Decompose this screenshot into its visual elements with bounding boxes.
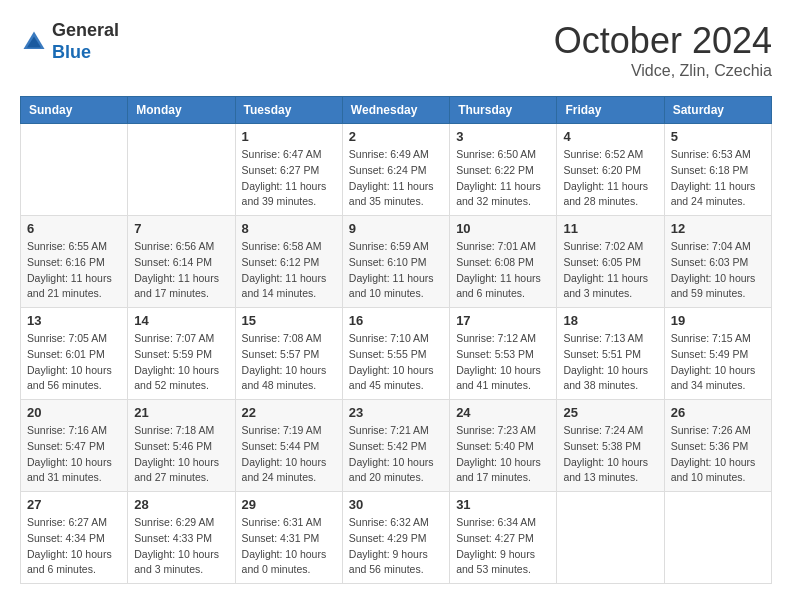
calendar-day-cell: 17Sunrise: 7:12 AMSunset: 5:53 PMDayligh…	[450, 308, 557, 400]
calendar-day-cell: 26Sunrise: 7:26 AMSunset: 5:36 PMDayligh…	[664, 400, 771, 492]
calendar-day-cell: 2Sunrise: 6:49 AMSunset: 6:24 PMDaylight…	[342, 124, 449, 216]
day-info: Sunrise: 7:18 AMSunset: 5:46 PMDaylight:…	[134, 423, 228, 486]
sunrise-time: Sunrise: 7:19 AM	[242, 423, 336, 439]
sunrise-time: Sunrise: 6:55 AM	[27, 239, 121, 255]
day-info: Sunrise: 7:12 AMSunset: 5:53 PMDaylight:…	[456, 331, 550, 394]
calendar-day-header: Monday	[128, 97, 235, 124]
sunrise-time: Sunrise: 7:23 AM	[456, 423, 550, 439]
sunset-time: Sunset: 5:49 PM	[671, 347, 765, 363]
day-info: Sunrise: 6:27 AMSunset: 4:34 PMDaylight:…	[27, 515, 121, 578]
calendar-day-cell: 23Sunrise: 7:21 AMSunset: 5:42 PMDayligh…	[342, 400, 449, 492]
calendar-header-row: SundayMondayTuesdayWednesdayThursdayFrid…	[21, 97, 772, 124]
sunrise-time: Sunrise: 6:34 AM	[456, 515, 550, 531]
day-info: Sunrise: 7:19 AMSunset: 5:44 PMDaylight:…	[242, 423, 336, 486]
calendar-day-cell: 8Sunrise: 6:58 AMSunset: 6:12 PMDaylight…	[235, 216, 342, 308]
calendar-day-header: Sunday	[21, 97, 128, 124]
sunset-time: Sunset: 5:51 PM	[563, 347, 657, 363]
day-number: 9	[349, 221, 443, 236]
day-info: Sunrise: 7:10 AMSunset: 5:55 PMDaylight:…	[349, 331, 443, 394]
daylight-hours: Daylight: 11 hours and 21 minutes.	[27, 271, 121, 303]
calendar-table: SundayMondayTuesdayWednesdayThursdayFrid…	[20, 96, 772, 584]
day-number: 2	[349, 129, 443, 144]
sunrise-time: Sunrise: 7:15 AM	[671, 331, 765, 347]
day-info: Sunrise: 6:53 AMSunset: 6:18 PMDaylight:…	[671, 147, 765, 210]
calendar-day-cell: 28Sunrise: 6:29 AMSunset: 4:33 PMDayligh…	[128, 492, 235, 584]
daylight-hours: Daylight: 10 hours and 56 minutes.	[27, 363, 121, 395]
daylight-hours: Daylight: 11 hours and 6 minutes.	[456, 271, 550, 303]
sunset-time: Sunset: 6:14 PM	[134, 255, 228, 271]
sunrise-time: Sunrise: 6:59 AM	[349, 239, 443, 255]
calendar-day-cell: 29Sunrise: 6:31 AMSunset: 4:31 PMDayligh…	[235, 492, 342, 584]
day-number: 8	[242, 221, 336, 236]
sunset-time: Sunset: 5:47 PM	[27, 439, 121, 455]
sunset-time: Sunset: 5:59 PM	[134, 347, 228, 363]
sunrise-time: Sunrise: 6:50 AM	[456, 147, 550, 163]
daylight-hours: Daylight: 10 hours and 17 minutes.	[456, 455, 550, 487]
daylight-hours: Daylight: 10 hours and 48 minutes.	[242, 363, 336, 395]
day-info: Sunrise: 7:01 AMSunset: 6:08 PMDaylight:…	[456, 239, 550, 302]
sunrise-time: Sunrise: 7:16 AM	[27, 423, 121, 439]
sunrise-time: Sunrise: 6:29 AM	[134, 515, 228, 531]
day-info: Sunrise: 7:02 AMSunset: 6:05 PMDaylight:…	[563, 239, 657, 302]
day-number: 24	[456, 405, 550, 420]
sunrise-time: Sunrise: 7:12 AM	[456, 331, 550, 347]
daylight-hours: Daylight: 10 hours and 34 minutes.	[671, 363, 765, 395]
sunset-time: Sunset: 6:24 PM	[349, 163, 443, 179]
sunset-time: Sunset: 4:33 PM	[134, 531, 228, 547]
daylight-hours: Daylight: 10 hours and 59 minutes.	[671, 271, 765, 303]
sunrise-time: Sunrise: 7:04 AM	[671, 239, 765, 255]
calendar-day-cell: 19Sunrise: 7:15 AMSunset: 5:49 PMDayligh…	[664, 308, 771, 400]
sunset-time: Sunset: 5:55 PM	[349, 347, 443, 363]
sunset-time: Sunset: 6:16 PM	[27, 255, 121, 271]
calendar-week-row: 6Sunrise: 6:55 AMSunset: 6:16 PMDaylight…	[21, 216, 772, 308]
daylight-hours: Daylight: 10 hours and 41 minutes.	[456, 363, 550, 395]
daylight-hours: Daylight: 11 hours and 35 minutes.	[349, 179, 443, 211]
sunset-time: Sunset: 4:29 PM	[349, 531, 443, 547]
daylight-hours: Daylight: 10 hours and 52 minutes.	[134, 363, 228, 395]
day-number: 22	[242, 405, 336, 420]
day-info: Sunrise: 7:15 AMSunset: 5:49 PMDaylight:…	[671, 331, 765, 394]
calendar-day-cell: 18Sunrise: 7:13 AMSunset: 5:51 PMDayligh…	[557, 308, 664, 400]
daylight-hours: Daylight: 10 hours and 24 minutes.	[242, 455, 336, 487]
sunset-time: Sunset: 6:12 PM	[242, 255, 336, 271]
sunrise-time: Sunrise: 6:32 AM	[349, 515, 443, 531]
calendar-day-header: Friday	[557, 97, 664, 124]
sunrise-time: Sunrise: 7:05 AM	[27, 331, 121, 347]
day-number: 28	[134, 497, 228, 512]
sunset-time: Sunset: 4:31 PM	[242, 531, 336, 547]
sunrise-time: Sunrise: 6:47 AM	[242, 147, 336, 163]
daylight-hours: Daylight: 10 hours and 6 minutes.	[27, 547, 121, 579]
day-number: 7	[134, 221, 228, 236]
calendar-day-cell: 30Sunrise: 6:32 AMSunset: 4:29 PMDayligh…	[342, 492, 449, 584]
daylight-hours: Daylight: 11 hours and 10 minutes.	[349, 271, 443, 303]
calendar-day-cell: 15Sunrise: 7:08 AMSunset: 5:57 PMDayligh…	[235, 308, 342, 400]
calendar-day-cell: 14Sunrise: 7:07 AMSunset: 5:59 PMDayligh…	[128, 308, 235, 400]
day-info: Sunrise: 6:29 AMSunset: 4:33 PMDaylight:…	[134, 515, 228, 578]
calendar-day-cell: 31Sunrise: 6:34 AMSunset: 4:27 PMDayligh…	[450, 492, 557, 584]
sunrise-time: Sunrise: 7:26 AM	[671, 423, 765, 439]
logo-icon	[20, 28, 48, 56]
daylight-hours: Daylight: 11 hours and 3 minutes.	[563, 271, 657, 303]
sunset-time: Sunset: 5:40 PM	[456, 439, 550, 455]
sunset-time: Sunset: 4:34 PM	[27, 531, 121, 547]
daylight-hours: Daylight: 10 hours and 38 minutes.	[563, 363, 657, 395]
day-number: 25	[563, 405, 657, 420]
sunset-time: Sunset: 6:18 PM	[671, 163, 765, 179]
sunrise-time: Sunrise: 6:31 AM	[242, 515, 336, 531]
sunrise-time: Sunrise: 7:18 AM	[134, 423, 228, 439]
title-block: October 2024 Vidce, Zlin, Czechia	[554, 20, 772, 80]
day-number: 14	[134, 313, 228, 328]
day-number: 18	[563, 313, 657, 328]
day-number: 6	[27, 221, 121, 236]
daylight-hours: Daylight: 11 hours and 14 minutes.	[242, 271, 336, 303]
daylight-hours: Daylight: 11 hours and 24 minutes.	[671, 179, 765, 211]
calendar-day-cell: 9Sunrise: 6:59 AMSunset: 6:10 PMDaylight…	[342, 216, 449, 308]
day-info: Sunrise: 6:58 AMSunset: 6:12 PMDaylight:…	[242, 239, 336, 302]
calendar-day-header: Saturday	[664, 97, 771, 124]
daylight-hours: Daylight: 10 hours and 0 minutes.	[242, 547, 336, 579]
sunset-time: Sunset: 6:27 PM	[242, 163, 336, 179]
day-info: Sunrise: 6:50 AMSunset: 6:22 PMDaylight:…	[456, 147, 550, 210]
day-number: 12	[671, 221, 765, 236]
calendar-day-cell: 10Sunrise: 7:01 AMSunset: 6:08 PMDayligh…	[450, 216, 557, 308]
sunrise-time: Sunrise: 6:56 AM	[134, 239, 228, 255]
